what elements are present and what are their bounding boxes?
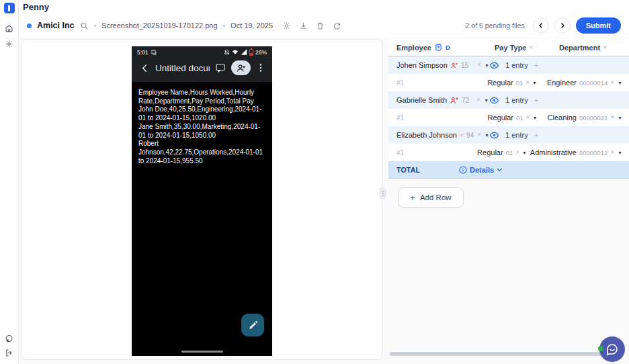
department-value[interactable]: Administrative <box>530 148 577 156</box>
download-icon[interactable] <box>299 21 308 30</box>
dropdown-caret-icon[interactable]: ▼ <box>532 116 537 120</box>
pay-type-code: 01 <box>516 79 523 87</box>
person-add-icon <box>236 64 246 73</box>
horizontal-scrollbar[interactable] <box>390 352 624 356</box>
penny-logo-icon[interactable] <box>4 3 15 13</box>
dropdown-caret-icon[interactable]: ▼ <box>484 98 489 103</box>
clear-pay-type-icon[interactable]: × <box>526 79 530 86</box>
entry-number: #1 <box>396 149 404 156</box>
clear-department-icon[interactable]: × <box>610 114 614 121</box>
remove-column-icon[interactable]: × <box>530 44 534 51</box>
total-label: TOTAL <box>388 166 420 174</box>
plus-icon: + <box>410 193 415 203</box>
employee-name[interactable]: Gabrielle Smith <box>396 96 447 104</box>
pay-type-code: 01 <box>506 149 513 156</box>
company-name[interactable]: Amici Inc <box>37 21 75 30</box>
delete-trash-icon[interactable] <box>316 21 325 30</box>
details-toggle[interactable]: Details <box>459 166 503 174</box>
dropdown-caret-icon[interactable]: ▼ <box>485 133 489 138</box>
clear-pay-type-icon[interactable]: × <box>515 149 519 156</box>
entry-row[interactable]: #1 Regular 01 × ▼ Cleaning 00000021 × ▼ <box>388 109 629 126</box>
dropdown-caret-icon[interactable]: ▼ <box>485 63 489 68</box>
add-entry-icon[interactable]: + <box>534 96 538 104</box>
status-dot <box>27 24 32 28</box>
screencast-icon <box>151 50 157 55</box>
clear-employee-icon[interactable]: × <box>477 132 481 138</box>
employee-name[interactable]: Elizabeth Johnson <box>396 131 457 139</box>
home-icon[interactable] <box>5 24 13 33</box>
add-row-label: Add Row <box>420 193 452 201</box>
separator-dot: • <box>223 22 226 30</box>
employee-row[interactable]: Gabrielle Smith 72 × ▼ 1 entry + <box>388 91 629 109</box>
file-settings-gear-icon[interactable] <box>282 21 291 30</box>
csv-line: Jane Smith,35,30.00,Marketing,2024-01-01… <box>138 123 265 140</box>
online-status-dot <box>598 346 603 351</box>
clear-employee-icon[interactable]: × <box>477 62 481 69</box>
add-row-button[interactable]: + Add Row <box>398 187 464 208</box>
pay-type-value[interactable]: Regular <box>487 79 513 87</box>
column-department[interactable]: Department <box>559 44 600 52</box>
panel-resize-handle[interactable] <box>380 187 386 199</box>
home-indicator <box>181 351 223 353</box>
chat-bubble-icon[interactable] <box>5 334 13 343</box>
app-title: Penny <box>23 2 49 12</box>
battery-percent: 26% <box>255 49 267 56</box>
clear-pay-type-icon[interactable]: × <box>526 114 530 121</box>
extraction-panel: Employee D Pay Type × Department × Johen… <box>388 39 629 364</box>
pay-type-value[interactable]: Regular <box>477 148 503 156</box>
comment-icon[interactable] <box>215 62 226 73</box>
dropdown-caret-icon[interactable]: ▼ <box>618 81 622 85</box>
back-arrow-icon[interactable] <box>140 63 150 73</box>
settings-gear-icon[interactable] <box>5 40 13 48</box>
chat-logo-icon <box>605 342 620 357</box>
department-code: 00000021 <box>579 114 607 122</box>
submit-button[interactable]: Submit <box>576 17 621 34</box>
edit-fab-button[interactable] <box>241 314 264 336</box>
more-menu-icon[interactable] <box>256 63 265 73</box>
add-entry-icon[interactable]: + <box>534 131 538 139</box>
pay-type-code: 01 <box>516 114 523 122</box>
department-value[interactable]: Engineer <box>547 79 577 87</box>
add-person-button[interactable] <box>231 60 251 75</box>
dropdown-caret-icon[interactable]: ▼ <box>532 81 537 85</box>
add-entry-icon[interactable]: + <box>534 61 538 69</box>
document-title: Untitled docum... <box>155 63 210 73</box>
clear-employee-icon[interactable]: × <box>476 97 480 103</box>
dropdown-caret-icon[interactable]: ▼ <box>618 150 622 155</box>
dropdown-caret-icon[interactable]: ▼ <box>618 116 622 120</box>
csv-text-content: Employee Name,Hours Worked,Hourly Rate,D… <box>132 82 272 172</box>
screenshot-image[interactable]: 5:01 26% Untitled docum... <box>132 46 272 356</box>
match-score: 94 <box>466 132 474 139</box>
logout-icon[interactable] <box>5 349 13 357</box>
next-file-button[interactable] <box>554 17 571 34</box>
entry-count: 1 entry <box>505 61 528 69</box>
clear-department-icon[interactable]: × <box>610 79 614 86</box>
view-eye-icon[interactable] <box>489 97 499 104</box>
csv-line: Robert Johnson,42,22.75,Operations,2024-… <box>138 140 265 165</box>
clear-department-icon[interactable]: × <box>610 149 614 156</box>
department-value[interactable]: Cleaning <box>548 113 577 122</box>
employee-row[interactable]: Elizabeth Johnson 94 × ▼ 1 entry + <box>388 126 629 144</box>
entry-row[interactable]: #1 Regular 01 × ▼ Engineer 00000014 × ▼ <box>388 74 629 91</box>
pay-type-value[interactable]: Regular <box>488 113 514 122</box>
column-pay-type[interactable]: Pay Type <box>495 44 527 52</box>
wifi-icon <box>232 49 239 55</box>
refresh-icon[interactable] <box>333 21 341 30</box>
total-row: TOTAL Details <box>388 161 629 179</box>
view-eye-icon[interactable] <box>489 132 499 139</box>
entry-row[interactable]: #1 Regular 01 × ▼ Administrative 0000001… <box>388 144 629 161</box>
column-employee[interactable]: Employee <box>396 44 431 52</box>
prev-file-button[interactable] <box>533 17 549 34</box>
remove-column-icon[interactable]: × <box>603 44 607 51</box>
match-score: 15 <box>461 62 468 69</box>
employee-row[interactable]: Johen Simpson 15 × ▼ 1 entry + <box>388 56 629 74</box>
details-label: Details <box>470 166 494 174</box>
view-eye-icon[interactable] <box>489 62 499 69</box>
phone-status-bar: 5:01 26% <box>132 46 272 56</box>
search-icon[interactable] <box>80 21 89 30</box>
employee-name[interactable]: Johen Simpson <box>396 61 448 69</box>
chevron-down-icon <box>497 167 503 173</box>
dropdown-caret-icon[interactable]: ▼ <box>522 150 527 155</box>
info-icon <box>459 166 467 174</box>
file-name: Screenshot_20251019-170122.png <box>101 21 217 30</box>
